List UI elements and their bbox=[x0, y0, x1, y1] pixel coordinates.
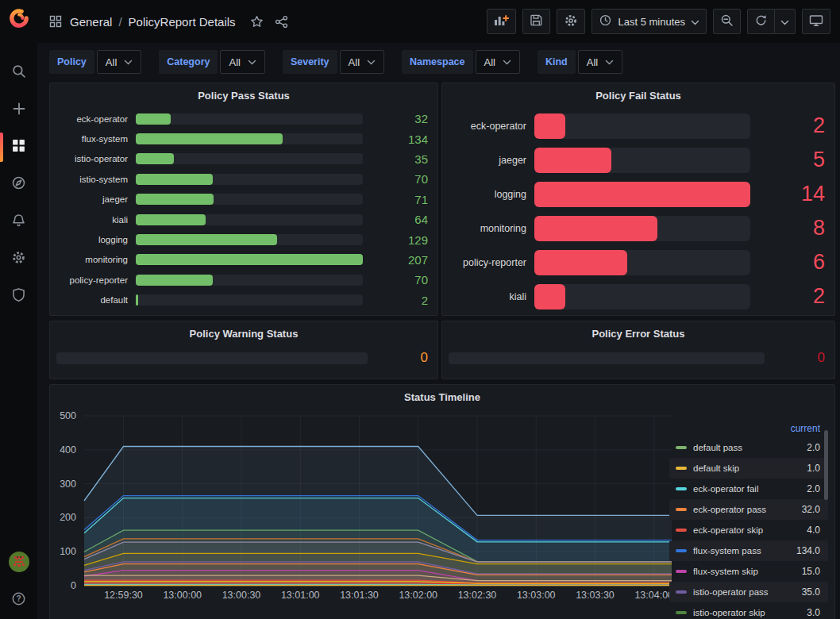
panel-status-timeline: Status Timeline 010020030040050012:59:30… bbox=[49, 384, 835, 619]
legend-item[interactable]: default skip 1.0 bbox=[669, 458, 828, 479]
gauge-track bbox=[136, 294, 363, 306]
kiosk-mode-button[interactable] bbox=[802, 9, 830, 34]
series-name: flux-system pass bbox=[693, 546, 790, 556]
grafana-logo[interactable] bbox=[0, 0, 37, 37]
filter-value-dropdown[interactable]: All bbox=[476, 50, 520, 74]
panel-title[interactable]: Policy Warning Status bbox=[50, 321, 437, 345]
legend-item[interactable]: default pass 2.0 bbox=[669, 437, 828, 458]
gauge-value: 64 bbox=[371, 213, 428, 226]
series-current-value: 15.0 bbox=[802, 566, 820, 577]
dashboards-grid-icon bbox=[11, 138, 26, 156]
breadcrumb-section[interactable]: General bbox=[70, 15, 112, 29]
gauge-row: logging 14 bbox=[450, 177, 825, 211]
refresh-interval-dropdown[interactable] bbox=[775, 9, 796, 34]
gauge-row: jaeger 71 bbox=[58, 190, 428, 210]
save-dashboard-button[interactable] bbox=[522, 9, 550, 34]
breadcrumb-page[interactable]: PolicyReport Details bbox=[129, 15, 236, 29]
share-icon[interactable] bbox=[275, 15, 288, 29]
zoom-out-button[interactable] bbox=[713, 9, 741, 34]
gauge-row: monitoring 8 bbox=[450, 211, 825, 245]
gauge-bar bbox=[136, 153, 174, 164]
sidebar-item-alerting[interactable] bbox=[0, 203, 37, 240]
filter-label[interactable]: Kind bbox=[538, 50, 576, 74]
gear-icon bbox=[11, 250, 26, 268]
svg-text:100: 100 bbox=[60, 546, 76, 557]
status-timeline-chart[interactable]: 010020030040050012:59:3013:00:0013:00:30… bbox=[40, 410, 676, 606]
sidebar-item-dashboards[interactable] bbox=[0, 129, 37, 166]
gauge-value: 134 bbox=[371, 133, 428, 146]
legend-scrollbar[interactable] bbox=[824, 430, 828, 500]
dashboard-toolbar: Last 5 minutes bbox=[487, 9, 830, 34]
gauge-bar bbox=[534, 182, 750, 207]
svg-text:13:02:30: 13:02:30 bbox=[458, 590, 497, 601]
monitor-tv-icon bbox=[809, 13, 823, 30]
svg-text:13:03:00: 13:03:00 bbox=[517, 590, 556, 601]
sidebar-item-configuration[interactable] bbox=[0, 240, 37, 278]
help-question-icon: ? bbox=[11, 591, 26, 609]
filter-label[interactable]: Severity bbox=[283, 50, 337, 74]
gauge-label: istio-operator bbox=[58, 154, 128, 163]
filter-value-dropdown[interactable]: All bbox=[578, 50, 622, 74]
panel-title[interactable]: Policy Pass Status bbox=[50, 83, 437, 107]
filter-value-dropdown[interactable]: All bbox=[340, 50, 384, 74]
time-range-picker[interactable]: Last 5 minutes bbox=[591, 9, 707, 34]
gauge-label: flux-system bbox=[58, 134, 128, 144]
gauge-track bbox=[136, 275, 363, 286]
plus-icon bbox=[12, 102, 26, 119]
refresh-button-group bbox=[747, 9, 796, 34]
legend-item[interactable]: eck-operator fail 2.0 bbox=[669, 479, 828, 499]
sidebar-item-help[interactable]: ? bbox=[0, 582, 37, 619]
clock-icon bbox=[599, 13, 612, 29]
gauge-row: default 2 bbox=[58, 290, 428, 310]
gauge-track bbox=[534, 250, 750, 275]
legend-item[interactable]: flux-system skip 15.0 bbox=[669, 561, 828, 582]
gauge-bar bbox=[534, 284, 565, 310]
gauge-track bbox=[136, 254, 363, 265]
gauge-row: policy-reporter 70 bbox=[58, 270, 428, 290]
legend-item[interactable]: eck-operator pass 32.0 bbox=[669, 499, 828, 520]
filter-value-dropdown[interactable]: All bbox=[220, 50, 264, 74]
sidebar-item-create[interactable] bbox=[0, 91, 37, 129]
star-icon[interactable] bbox=[250, 15, 264, 29]
user-avatar[interactable] bbox=[0, 544, 37, 582]
series-color-swatch bbox=[676, 570, 687, 573]
filter-label[interactable]: Category bbox=[159, 50, 218, 74]
gauge-row: kiali 2 bbox=[450, 279, 825, 313]
svg-text:12:59:30: 12:59:30 bbox=[104, 590, 143, 601]
panel-title[interactable]: Status Timeline bbox=[50, 385, 834, 409]
gauge-label: policy-reporter bbox=[58, 275, 128, 285]
filter-label[interactable]: Namespace bbox=[402, 50, 473, 74]
gauge-track bbox=[449, 352, 765, 364]
filter-value-dropdown[interactable]: All bbox=[97, 50, 141, 74]
series-current-value: 2.0 bbox=[807, 483, 820, 494]
legend-item[interactable]: flux-system pass 134.0 bbox=[669, 540, 828, 561]
gauge-bar bbox=[136, 275, 213, 286]
gauge-row: eck-operator 32 bbox=[58, 109, 428, 129]
panel-title[interactable]: Policy Fail Status bbox=[442, 83, 834, 107]
apps-grid-icon bbox=[49, 15, 62, 28]
filter-label[interactable]: Policy bbox=[49, 50, 94, 74]
sidebar-item-server-admin[interactable] bbox=[0, 278, 37, 315]
sidebar-item-search[interactable] bbox=[0, 54, 37, 91]
gauge-label: logging bbox=[450, 189, 526, 200]
legend-item[interactable]: istio-operator skip 3.0 bbox=[669, 602, 828, 619]
series-current-value: 32.0 bbox=[802, 504, 820, 515]
legend-item[interactable]: istio-operator pass 35.0 bbox=[669, 582, 828, 602]
legend-header-current[interactable]: current bbox=[669, 420, 828, 437]
series-name: eck-operator skip bbox=[693, 525, 800, 535]
refresh-button[interactable] bbox=[747, 9, 775, 34]
chevron-down-icon bbox=[503, 60, 511, 65]
sidebar-item-explore[interactable] bbox=[0, 166, 37, 203]
dashboard-settings-button[interactable] bbox=[557, 9, 585, 34]
panel-title[interactable]: Policy Error Status bbox=[442, 321, 834, 345]
gauge-value: 14 bbox=[758, 182, 825, 206]
add-panel-button[interactable] bbox=[487, 9, 516, 34]
legend-item[interactable]: eck-operator skip 4.0 bbox=[669, 520, 828, 540]
bell-icon bbox=[11, 213, 26, 231]
gauge-value: 35 bbox=[371, 152, 428, 166]
gauge-value: 70 bbox=[371, 172, 428, 186]
gauge-bar bbox=[136, 174, 213, 185]
warning-gauge-row: 0 bbox=[50, 345, 437, 366]
gauge-row: flux-system 134 bbox=[58, 129, 428, 148]
series-name: istio-operator pass bbox=[693, 587, 796, 597]
